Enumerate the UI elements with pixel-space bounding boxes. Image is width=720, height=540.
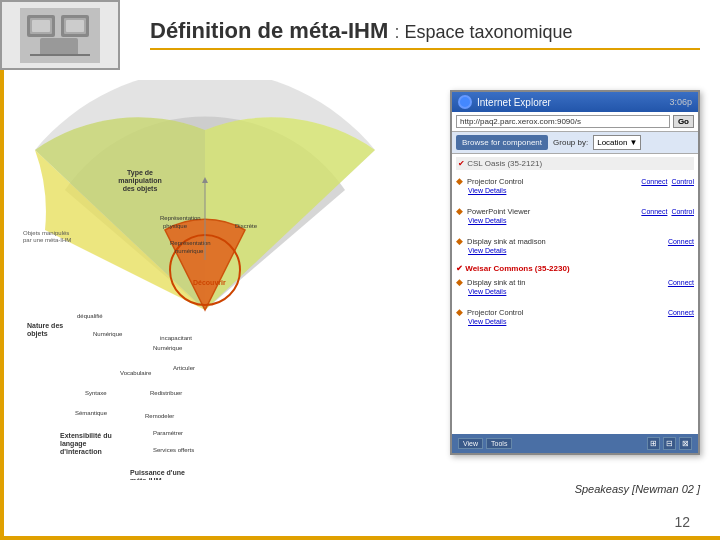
connect-link-1[interactable]: Connect — [641, 178, 667, 185]
list-item: ◆ PowerPoint Viewer Connect Control View… — [456, 204, 694, 228]
sub-links-5: View Details — [468, 318, 694, 325]
svg-text:déqualifié: déqualifié — [77, 313, 103, 319]
logo-graphic — [20, 8, 100, 63]
browser-title: Internet Explorer — [477, 97, 551, 108]
browser-content: ✔ CSL Oasis (35-2121) ◆ Projector Contro… — [452, 154, 698, 434]
browser-titlebar-left: Internet Explorer — [458, 95, 551, 109]
connect-link-3[interactable]: Connect — [668, 238, 694, 245]
chevron-down-icon: ▼ — [629, 138, 637, 147]
svg-text:Services offerts: Services offerts — [153, 447, 194, 453]
svg-text:manipulation: manipulation — [118, 177, 162, 185]
item-row-5: ◆ Projector Control Connect — [456, 307, 694, 317]
control-link-1[interactable]: Control — [671, 178, 694, 185]
connect-link-2[interactable]: Connect — [641, 208, 667, 215]
page-number: 12 — [674, 514, 690, 530]
svg-text:numérique: numérique — [175, 248, 204, 254]
svg-text:d'interaction: d'interaction — [60, 448, 102, 455]
csl-header: ✔ CSL Oasis (35-2121) — [456, 157, 694, 170]
taxonomy-diagram: Type de manipulation des objets Objets m… — [5, 80, 405, 480]
view-button[interactable]: View — [458, 438, 483, 449]
view-details-link-5[interactable]: View Details — [468, 318, 506, 325]
browser-titlebar: Internet Explorer 3:06p — [452, 92, 698, 112]
list-item: ◆ Projector Control Connect View Details — [456, 305, 694, 329]
svg-text:Articuler: Articuler — [173, 365, 195, 371]
svg-text:langage: langage — [60, 440, 87, 448]
svg-rect-6 — [40, 38, 78, 56]
svg-text:Extensibilité du: Extensibilité du — [60, 432, 112, 439]
location-label: Location — [597, 138, 627, 147]
browser-address-bar: Go — [452, 112, 698, 132]
list-item: ◆ Display sink at madison Connect View D… — [456, 234, 694, 258]
svg-text:physique: physique — [163, 223, 188, 229]
sub-links-4: View Details — [468, 288, 694, 295]
svg-text:Puissance d'une: Puissance d'une — [130, 469, 185, 476]
svg-text:méta-IHM: méta-IHM — [130, 477, 162, 480]
svg-text:Numérique: Numérique — [153, 345, 183, 351]
address-input[interactable] — [456, 115, 670, 128]
location-select[interactable]: Location ▼ — [593, 135, 641, 150]
item-name-3: Display sink at madison — [467, 237, 664, 246]
diagram-svg: Type de manipulation des objets Objets m… — [5, 80, 405, 480]
sub-links-3: View Details — [468, 247, 694, 254]
svg-text:Vocabulaire: Vocabulaire — [120, 370, 152, 376]
svg-text:Nature des: Nature des — [27, 322, 63, 329]
bottom-accent-line — [0, 536, 720, 540]
item-name-5: Projector Control — [467, 308, 664, 317]
svg-text:incapacitant: incapacitant — [160, 335, 192, 341]
item-row-1: ◆ Projector Control Connect Control — [456, 176, 694, 186]
sub-links-1: View Details — [468, 187, 694, 194]
go-button[interactable]: Go — [673, 115, 694, 128]
list-item: ◆ Display sink at tin Connect View Detai… — [456, 275, 694, 299]
caption: Speakeasy [Newman 02 ] — [575, 483, 700, 495]
svg-text:Remodeler: Remodeler — [145, 413, 174, 419]
svg-rect-5 — [66, 20, 84, 32]
item-row-4: ◆ Display sink at tin Connect — [456, 277, 694, 287]
browser-window: Internet Explorer 3:06p Go Browse for co… — [450, 90, 700, 455]
title-main: Définition de méta-IHM — [150, 18, 388, 43]
browser-footer: View Tools ⊞ ⊟ ⊠ — [452, 434, 698, 453]
left-accent-line — [0, 70, 4, 536]
title-sub: Espace taxonomique — [404, 22, 572, 42]
item-name-2: PowerPoint Viewer — [467, 207, 637, 216]
title-area: Définition de méta-IHM : Espace taxonomi… — [150, 18, 700, 50]
location-section-header: ✔ Weisar Commons (35-2230) — [456, 264, 694, 273]
item-name-4: Display sink at tin — [467, 278, 664, 287]
svg-text:Redistribuer: Redistribuer — [150, 390, 182, 396]
browse-button[interactable]: Browse for component — [456, 135, 548, 150]
svg-text:Type de: Type de — [127, 169, 153, 177]
page-title: Définition de méta-IHM : Espace taxonomi… — [150, 18, 700, 44]
svg-text:Syntaxe: Syntaxe — [85, 390, 107, 396]
group-by-label: Group by: — [553, 138, 588, 147]
svg-text:par une méta-IHM: par une méta-IHM — [23, 237, 71, 243]
svg-text:Représentation: Représentation — [160, 215, 201, 221]
control-link-2[interactable]: Control — [671, 208, 694, 215]
svg-text:objets: objets — [27, 330, 48, 338]
logo — [0, 0, 120, 70]
svg-text:Découvrir: Découvrir — [193, 279, 226, 286]
title-underline — [150, 48, 700, 50]
view-details-link-3[interactable]: View Details — [468, 247, 506, 254]
svg-text:Paramétrer: Paramétrer — [153, 430, 183, 436]
tools-button[interactable]: Tools — [486, 438, 512, 449]
svg-text:Objets manipulés: Objets manipulés — [23, 230, 69, 236]
list-item: ◆ Projector Control Connect Control View… — [456, 174, 694, 198]
sub-links-2: View Details — [468, 217, 694, 224]
csl-header-text: CSL Oasis (35-2121) — [467, 159, 542, 168]
item-row-3: ◆ Display sink at madison Connect — [456, 236, 694, 246]
svg-text:des objets: des objets — [123, 185, 158, 193]
ie-icon — [458, 95, 472, 109]
svg-text:Discrète: Discrète — [235, 223, 258, 229]
view-details-link-2[interactable]: View Details — [468, 217, 506, 224]
browser-time: 3:06p — [669, 97, 692, 107]
view-details-link-4[interactable]: View Details — [468, 288, 506, 295]
svg-text:Sémantique: Sémantique — [75, 410, 108, 416]
item-name-1: Projector Control — [467, 177, 637, 186]
browser-toolbar: Browse for component Group by: Location … — [452, 132, 698, 154]
svg-rect-2 — [32, 20, 50, 32]
item-row-2: ◆ PowerPoint Viewer Connect Control — [456, 206, 694, 216]
view-details-link-1[interactable]: View Details — [468, 187, 506, 194]
connect-link-4[interactable]: Connect — [668, 279, 694, 286]
svg-text:Numérique: Numérique — [93, 331, 123, 337]
connect-link-5[interactable]: Connect — [668, 309, 694, 316]
